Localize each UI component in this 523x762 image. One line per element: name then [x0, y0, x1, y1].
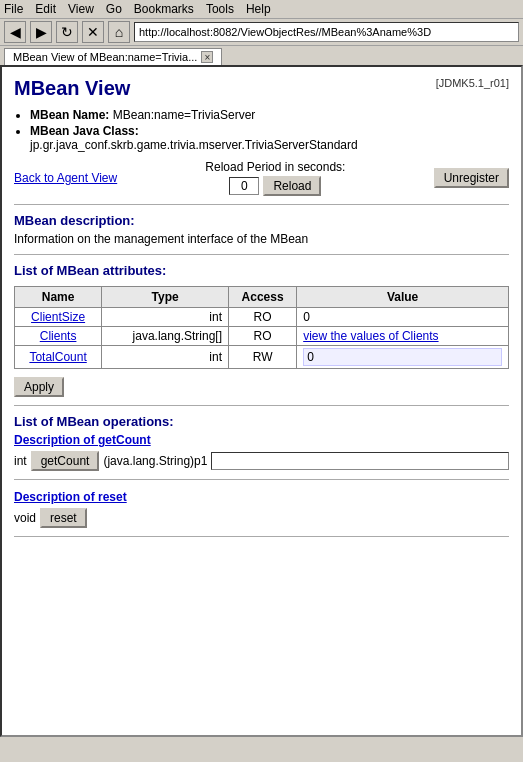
mbean-name-label: MBean Name: [30, 108, 109, 122]
op-method-button-0[interactable]: getCount [31, 451, 100, 471]
attr-table-header-row: Name Type Access Value [15, 287, 509, 308]
attr-list-title: List of MBean attributes: [14, 263, 509, 278]
attr-table-row: TotalCountintRW [15, 346, 509, 369]
attr-access-2: RW [229, 346, 297, 369]
reload-center: Reload Period in seconds: Reload [205, 160, 345, 196]
jdmk-version: [JDMK5.1_r01] [436, 77, 509, 89]
page-header: MBean View [JDMK5.1_r01] [14, 77, 509, 100]
op-divider-0 [14, 479, 509, 480]
unregister-button[interactable]: Unregister [434, 168, 509, 188]
menu-view[interactable]: View [68, 2, 94, 16]
attr-value-link-clients[interactable]: view the values of Clients [303, 329, 438, 343]
op-link-1[interactable]: Description of reset [14, 490, 127, 504]
attr-access-1: RO [229, 327, 297, 346]
ops-list-title: List of MBean operations: [14, 414, 509, 429]
menu-bookmarks[interactable]: Bookmarks [134, 2, 194, 16]
home-button[interactable]: ⌂ [108, 21, 130, 43]
mbean-name-item: MBean Name: MBean:name=TriviaServer [30, 108, 509, 122]
op-signature-0: intgetCount(java.lang.String)p1 [14, 451, 509, 471]
stop-button[interactable]: ✕ [82, 21, 104, 43]
tab-bar: MBean View of MBean:name=Trivia... × [0, 46, 523, 65]
divider-1 [14, 204, 509, 205]
forward-button[interactable]: ▶ [30, 21, 52, 43]
mbean-class-value: jp.gr.java_conf.skrb.game.trivia.mserver… [30, 138, 358, 152]
attr-value-input-totalcount[interactable] [303, 348, 502, 366]
op-return-type-1: void [14, 511, 36, 525]
attr-name-link-totalcount[interactable]: TotalCount [29, 350, 86, 364]
op-params-0: (java.lang.String)p1 [103, 454, 207, 468]
mbean-desc-title: MBean description: [14, 213, 509, 228]
menu-help[interactable]: Help [246, 2, 271, 16]
menu-file[interactable]: File [4, 2, 23, 16]
mbean-name-value: MBean:name=TriviaServer [113, 108, 256, 122]
mbean-class-label: MBean Java Class: [30, 124, 139, 138]
op-link-0[interactable]: Description of getCount [14, 433, 151, 447]
attr-access-0: RO [229, 308, 297, 327]
op-method-button-1[interactable]: reset [40, 508, 87, 528]
address-bar[interactable] [134, 22, 519, 42]
menu-tools[interactable]: Tools [206, 2, 234, 16]
col-access: Access [229, 287, 297, 308]
operation-0: Description of getCountintgetCount(java.… [14, 433, 509, 480]
mbean-desc-text: Information on the management interface … [14, 232, 509, 246]
divider-3 [14, 405, 509, 406]
back-to-agent-link[interactable]: Back to Agent View [14, 171, 117, 185]
attr-value-0: 0 [297, 308, 509, 327]
page-title: MBean View [14, 77, 130, 100]
apply-button[interactable]: Apply [14, 377, 64, 397]
op-signature-1: voidreset [14, 508, 509, 528]
ops-container: Description of getCountintgetCount(java.… [14, 433, 509, 537]
menubar: File Edit View Go Bookmarks Tools Help [0, 0, 523, 19]
op-divider-1 [14, 536, 509, 537]
col-value: Value [297, 287, 509, 308]
apply-btn-row: Apply [14, 377, 509, 397]
back-button[interactable]: ◀ [4, 21, 26, 43]
reload-row: Reload [229, 176, 321, 196]
tab-label: MBean View of MBean:name=Trivia... [13, 51, 197, 63]
attr-type-1: java.lang.String[] [102, 327, 229, 346]
operation-1: Description of resetvoidreset [14, 490, 509, 537]
mbean-class-item: MBean Java Class: jp.gr.java_conf.skrb.g… [30, 124, 509, 152]
attr-table-row: ClientSizeintRO0 [15, 308, 509, 327]
content-area: MBean View [JDMK5.1_r01] MBean Name: MBe… [0, 65, 523, 737]
reload-nav-button[interactable]: ↻ [56, 21, 78, 43]
reload-button[interactable]: Reload [263, 176, 321, 196]
op-return-type-0: int [14, 454, 27, 468]
tab-close-icon[interactable]: × [201, 51, 213, 63]
reload-period-input[interactable] [229, 177, 259, 195]
attr-table: Name Type Access Value ClientSizeintRO0C… [14, 286, 509, 369]
attr-type-0: int [102, 308, 229, 327]
col-type: Type [102, 287, 229, 308]
tab-mbean[interactable]: MBean View of MBean:name=Trivia... × [4, 48, 222, 65]
reload-period-label: Reload Period in seconds: [205, 160, 345, 174]
menu-go[interactable]: Go [106, 2, 122, 16]
reload-section: Back to Agent View Reload Period in seco… [14, 160, 509, 196]
attr-name-link-clientsize[interactable]: ClientSize [31, 310, 85, 324]
op-param-input-0[interactable] [211, 452, 509, 470]
col-name: Name [15, 287, 102, 308]
attr-name-link-clients[interactable]: Clients [40, 329, 77, 343]
attr-table-row: Clientsjava.lang.String[]ROview the valu… [15, 327, 509, 346]
divider-2 [14, 254, 509, 255]
toolbar: ◀ ▶ ↻ ✕ ⌂ [0, 19, 523, 46]
menu-edit[interactable]: Edit [35, 2, 56, 16]
mbean-info-list: MBean Name: MBean:name=TriviaServer MBea… [30, 108, 509, 152]
attr-type-2: int [102, 346, 229, 369]
